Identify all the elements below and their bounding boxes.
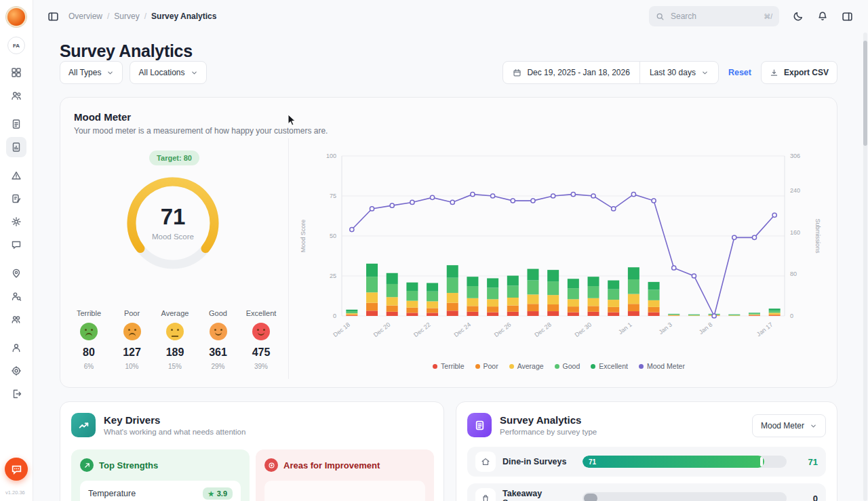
app-logo[interactable] xyxy=(6,7,26,27)
survey-type-row[interactable]: Takeaway Surveys0 xyxy=(467,483,826,501)
survey-type-rows: Dine-in Surveys7171Takeaway Surveys0 xyxy=(467,447,826,501)
chat-fab-icon xyxy=(11,464,22,475)
terrible-face-icon xyxy=(80,323,98,340)
svg-text:Jan 3: Jan 3 xyxy=(657,321,673,336)
date-preset-value: Last 30 days xyxy=(650,68,696,77)
home-icon xyxy=(475,452,496,472)
areas-improvement-title: Areas for Improvement xyxy=(283,460,380,470)
sidebar-item-documents[interactable] xyxy=(6,114,26,134)
svg-text:Submissions: Submissions xyxy=(814,218,821,254)
legend-item-mood-meter[interactable]: Mood Meter xyxy=(639,362,685,370)
calendar-icon xyxy=(513,68,521,77)
metric-select[interactable]: Mood Meter xyxy=(752,414,826,437)
scrollbar-thumb[interactable] xyxy=(863,41,867,146)
workspace-avatar[interactable]: FA xyxy=(7,37,25,54)
svg-text:100: 100 xyxy=(326,153,336,159)
key-drivers-subtitle: What's working and what needs attention xyxy=(104,428,245,436)
location-filter-select[interactable]: All Locations xyxy=(130,61,206,84)
sidebar-item-logout[interactable] xyxy=(6,384,26,404)
sidebar-item-locations[interactable] xyxy=(6,263,26,283)
mood-gauge-section: Target: 80 71 Mood Score xyxy=(60,138,288,387)
svg-text:Dec 28: Dec 28 xyxy=(533,321,553,338)
alert-triangle-icon xyxy=(11,170,22,181)
app-version: v1.20.36 xyxy=(5,489,25,496)
sidebar: FA v1.20.36 xyxy=(0,0,33,501)
search-input[interactable] xyxy=(669,11,759,22)
legend-item-terrible[interactable]: Terrible xyxy=(433,362,464,370)
support-chat-button[interactable] xyxy=(5,458,28,481)
breadcrumb-survey[interactable]: Survey xyxy=(114,12,139,21)
svg-text:0: 0 xyxy=(333,313,336,319)
layout-panel-icon xyxy=(842,11,853,22)
top-strengths-panel: Top Strengths Temperature ★3.9 xyxy=(71,449,250,501)
sidebar-item-settings[interactable] xyxy=(6,361,26,381)
legend-dot xyxy=(433,364,437,369)
svg-text:Jan 17: Jan 17 xyxy=(755,321,774,338)
moon-icon xyxy=(793,11,804,22)
user-search-icon xyxy=(11,291,22,302)
dark-mode-button[interactable] xyxy=(793,11,804,22)
svg-text:306: 306 xyxy=(790,153,800,159)
progress-fill: 71 xyxy=(583,456,764,468)
search-box[interactable]: ⌘/ xyxy=(649,6,779,26)
type-filter-value: All Types xyxy=(68,68,101,77)
svg-text:160: 160 xyxy=(790,229,800,236)
survey-analytics-card-icon xyxy=(467,413,492,437)
sidebar-item-forms[interactable] xyxy=(6,188,26,209)
logout-icon xyxy=(11,388,22,399)
sidebar-item-alerts[interactable] xyxy=(6,165,26,186)
mood-meter-subtitle: Your mood meter is a measurement of how … xyxy=(74,126,328,136)
type-filter-select[interactable]: All Types xyxy=(60,61,123,84)
svg-text:Mood Score: Mood Score xyxy=(300,220,307,253)
sidebar-item-teams[interactable] xyxy=(6,309,26,329)
export-csv-button[interactable]: Export CSV xyxy=(761,61,837,84)
breadcrumb-overview[interactable]: Overview xyxy=(68,12,102,21)
legend-item-poor[interactable]: Poor xyxy=(475,362,498,370)
reset-filters-button[interactable]: Reset xyxy=(728,68,751,77)
sidebar-item-customer-search[interactable] xyxy=(6,286,26,306)
sidebar-item-account[interactable] xyxy=(6,338,26,358)
sidebar-item-feedback[interactable] xyxy=(6,235,26,255)
chat-bubble-icon xyxy=(11,239,22,250)
svg-text:Jan 8: Jan 8 xyxy=(698,321,714,336)
svg-text:25: 25 xyxy=(330,273,336,279)
mood-score-label: Mood Score xyxy=(152,233,194,241)
survey-type-row[interactable]: Dine-in Surveys7171 xyxy=(467,447,826,477)
legend-item-excellent[interactable]: Excellent xyxy=(591,362,628,370)
legend-dot xyxy=(509,364,514,369)
mood-level-terrible: Terrible806% xyxy=(68,309,109,370)
legend-item-average[interactable]: Average xyxy=(509,362,544,370)
filter-row: All Types All Locations Dec 19, 2025 - J… xyxy=(60,61,837,85)
date-preset-select[interactable]: Last 30 days xyxy=(640,68,718,77)
svg-text:240: 240 xyxy=(790,187,800,194)
sidebar-item-users[interactable] xyxy=(6,85,26,106)
legend-item-good[interactable]: Good xyxy=(555,362,580,370)
date-range-picker[interactable]: Dec 19, 2025 - Jan 18, 2026 xyxy=(503,68,639,77)
target-badge: Target: 80 xyxy=(149,151,199,165)
layout-panel-button[interactable] xyxy=(842,11,853,22)
sidebar-toggle-button[interactable] xyxy=(47,11,59,22)
mood-chart-section: 0255075100080160240306Mood ScoreSubmissi… xyxy=(288,138,829,379)
main-content: Survey Analytics All Types All Locations… xyxy=(33,33,868,501)
strength-score-badge: ★3.9 xyxy=(203,487,233,500)
mood-level-average: Average18915% xyxy=(155,309,195,370)
topbar: Overview / Survey / Survey Analytics ⌘/ xyxy=(33,0,868,33)
sidebar-item-integrations[interactable] xyxy=(6,212,26,232)
document-icon xyxy=(11,119,22,129)
mood-meter-card: Mood Meter Your mood meter is a measurem… xyxy=(60,97,837,388)
svg-text:75: 75 xyxy=(330,193,336,199)
sidebar-item-dashboard[interactable] xyxy=(6,62,26,83)
sidebar-item-survey-analytics[interactable] xyxy=(6,137,26,157)
good-face-icon xyxy=(210,323,227,340)
progress-bar xyxy=(583,492,787,501)
chevron-down-icon xyxy=(106,69,114,77)
date-range-control: Dec 19, 2025 - Jan 18, 2026 Last 30 days xyxy=(502,61,719,84)
mood-levels-row: Terrible806%Poor12710%Average18915%Good3… xyxy=(68,309,281,370)
svg-text:Dec 20: Dec 20 xyxy=(372,321,392,338)
survey-analytics-subtitle: Performance by survey type xyxy=(500,428,597,436)
svg-text:Dec 24: Dec 24 xyxy=(453,321,473,338)
notifications-button[interactable] xyxy=(817,11,828,22)
strength-label: Temperature xyxy=(88,489,136,498)
strength-item[interactable]: Temperature ★3.9 xyxy=(80,481,241,501)
export-csv-label: Export CSV xyxy=(784,68,829,77)
